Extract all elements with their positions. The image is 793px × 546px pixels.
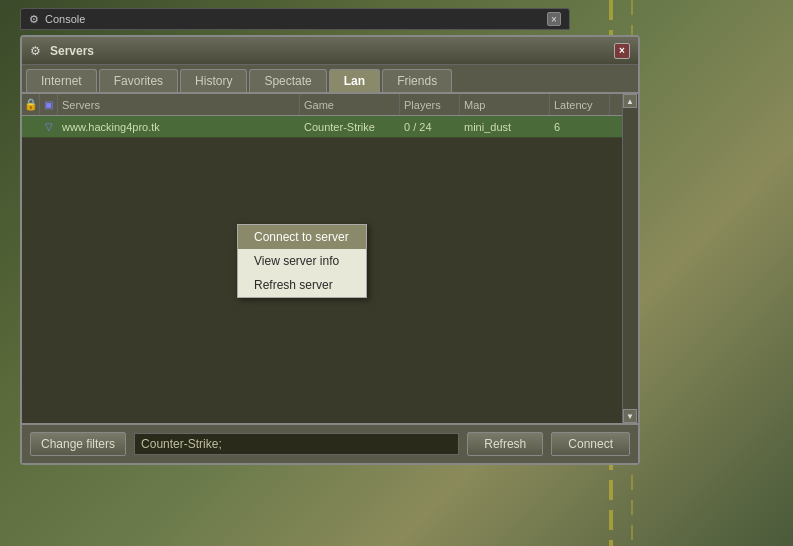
refresh-button[interactable]: Refresh — [467, 432, 543, 456]
tab-internet[interactable]: Internet — [26, 69, 97, 92]
tabs-row: Internet Favorites History Spectate Lan … — [22, 65, 638, 94]
tab-lan[interactable]: Lan — [329, 69, 380, 92]
servers-dialog: ⚙ Servers × Internet Favorites History S… — [20, 35, 640, 465]
col-header-lock: 🔒 — [22, 94, 40, 115]
change-filters-button[interactable]: Change filters — [30, 432, 126, 456]
cell-latency: 6 — [550, 116, 610, 137]
column-headers: 🔒 ▣ Servers Game Players Map Latency — [22, 94, 638, 116]
cell-game: Counter-Strike — [300, 116, 400, 137]
filter-input[interactable] — [134, 433, 459, 455]
dialog-title: Servers — [50, 44, 94, 58]
console-title: Console — [45, 13, 85, 25]
console-icon: ⚙ — [29, 13, 39, 26]
col-header-vac: ▣ — [40, 94, 58, 115]
bottom-bar: Change filters Refresh Connect — [22, 423, 638, 463]
lock-icon: 🔒 — [24, 98, 38, 111]
console-close-button[interactable]: × — [547, 12, 561, 26]
col-header-players[interactable]: Players — [400, 94, 460, 115]
dialog-titlebar: ⚙ Servers × — [22, 37, 638, 65]
tab-favorites[interactable]: Favorites — [99, 69, 178, 92]
cell-lock — [22, 116, 40, 137]
steam-icon: ⚙ — [30, 44, 44, 58]
col-header-latency[interactable]: Latency — [550, 94, 610, 115]
scrollbar-up-button[interactable]: ▲ — [623, 94, 637, 108]
tab-history[interactable]: History — [180, 69, 247, 92]
cell-server-name: www.hacking4pro.tk — [58, 116, 300, 137]
col-header-game[interactable]: Game — [300, 94, 400, 115]
context-menu-item-connect[interactable]: Connect to server — [238, 225, 366, 249]
connect-button[interactable]: Connect — [551, 432, 630, 456]
vac-icon: ▽ — [45, 121, 53, 132]
tab-friends[interactable]: Friends — [382, 69, 452, 92]
scrollbar-down-button[interactable]: ▼ — [623, 409, 637, 423]
table-row[interactable]: ▽ www.hacking4pro.tk Counter-Strike 0 / … — [22, 116, 638, 138]
cell-vac: ▽ — [40, 116, 58, 137]
context-menu: Connect to server View server info Refre… — [237, 224, 367, 298]
shield-icon: ▣ — [44, 99, 53, 110]
dialog-close-button[interactable]: × — [614, 43, 630, 59]
col-header-servers[interactable]: Servers — [58, 94, 300, 115]
console-bar: ⚙ Console × — [20, 8, 570, 30]
cell-map: mini_dust — [460, 116, 550, 137]
context-menu-item-refresh[interactable]: Refresh server — [238, 273, 366, 297]
cell-players: 0 / 24 — [400, 116, 460, 137]
tab-spectate[interactable]: Spectate — [249, 69, 326, 92]
server-list-container: 🔒 ▣ Servers Game Players Map Latency ▽ w… — [22, 94, 638, 423]
context-menu-item-view-info[interactable]: View server info — [238, 249, 366, 273]
scrollbar[interactable]: ▲ ▼ — [622, 94, 638, 423]
col-header-map[interactable]: Map — [460, 94, 550, 115]
